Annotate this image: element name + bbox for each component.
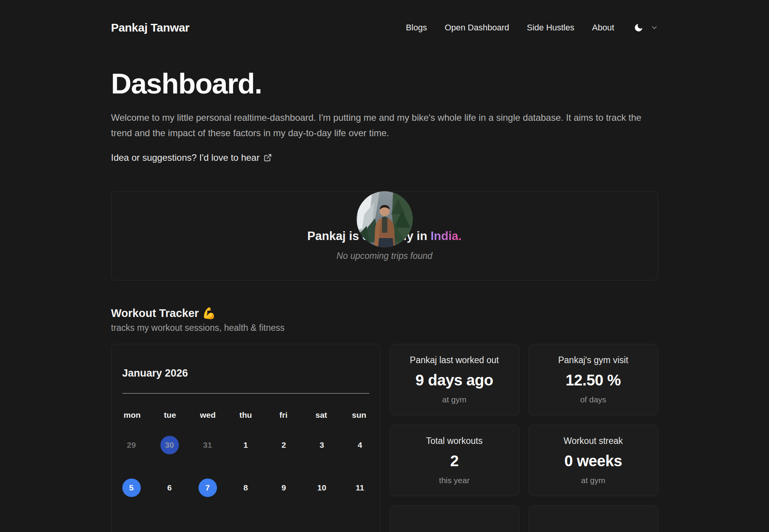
- trip-location: India.: [430, 229, 462, 243]
- weekday-label: sun: [349, 410, 369, 420]
- stat-caption: this year: [439, 476, 469, 485]
- calendar-row: 29 30 31 1 2 3 4: [122, 436, 369, 454]
- stat-value: 9 days ago: [415, 372, 493, 389]
- feedback-link[interactable]: Idea or suggestions? I'd love to hear: [111, 152, 272, 163]
- stat-value: 12.50 %: [565, 372, 621, 389]
- feedback-link-label: Idea or suggestions? I'd love to hear: [111, 152, 260, 163]
- calendar-day: 8: [237, 479, 255, 497]
- weekday-label: fri: [274, 410, 294, 420]
- weekday-label: tue: [160, 410, 180, 420]
- main-nav: Blogs Open Dashboard Side Hustles About: [406, 23, 658, 33]
- weekday-label: mon: [122, 410, 142, 420]
- avatar: [357, 191, 413, 247]
- weekday-label: sat: [311, 410, 331, 420]
- calendar-weekday-row: mon tue wed thu fri sat sun: [122, 410, 369, 420]
- moon-icon[interactable]: [634, 23, 644, 33]
- stat-label: Pankaj last worked out: [410, 355, 499, 365]
- workout-subtitle: tracks my workout sessions, health & fit…: [111, 323, 658, 333]
- stat-caption: at gym: [442, 395, 466, 404]
- calendar-day: 9: [275, 479, 293, 497]
- stats-grid: Pankaj last worked out 9 days ago at gym…: [390, 344, 658, 532]
- calendar-day: 4: [351, 436, 369, 454]
- hero-intro-text: Welcome to my little personal realtime-d…: [111, 110, 654, 141]
- calendar-day: 29: [122, 436, 141, 454]
- calendar-day: 1: [237, 436, 255, 454]
- workout-grid: January 2026 mon tue wed thu fri sat sun…: [111, 344, 658, 532]
- calendar-day: 3: [313, 436, 331, 454]
- calendar-card: January 2026 mon tue wed thu fri sat sun…: [111, 344, 380, 532]
- calendar-divider: [122, 393, 369, 394]
- calendar-day: 10: [313, 479, 331, 497]
- page-title: Dashboard.: [111, 67, 658, 100]
- calendar-day-workout: 30: [160, 436, 179, 454]
- calendar-day-workout: 7: [199, 479, 217, 497]
- chevron-down-icon[interactable]: [651, 24, 658, 32]
- nav-open-dashboard[interactable]: Open Dashboard: [445, 23, 509, 33]
- calendar-row: 5 6 7 8 9 10 11: [122, 479, 369, 497]
- weekday-label: wed: [198, 410, 218, 420]
- stat-value: 0 weeks: [564, 452, 622, 470]
- theme-controls: [634, 23, 658, 33]
- stat-caption: at gym: [581, 476, 605, 485]
- stat-card-placeholder: [390, 505, 519, 532]
- stat-card-total-workouts: Total workouts 2 this year: [390, 425, 519, 496]
- calendar-day: 31: [199, 436, 217, 454]
- calendar-day: 6: [160, 479, 179, 497]
- nav-side-hustles[interactable]: Side Hustles: [527, 23, 574, 33]
- trip-section: Pankaj is currently in India. No upcomin…: [111, 191, 658, 280]
- site-logo[interactable]: Pankaj Tanwar: [111, 21, 190, 34]
- weekday-label: thu: [235, 410, 255, 420]
- external-link-icon: [264, 153, 272, 162]
- calendar-month-title: January 2026: [122, 367, 369, 379]
- workout-heading: Workout Tracker 💪: [111, 307, 658, 320]
- stat-label: Workout streak: [564, 436, 623, 446]
- calendar-day: 2: [275, 436, 293, 454]
- stat-card-last-workout: Pankaj last worked out 9 days ago at gym: [390, 344, 519, 415]
- stat-caption: of days: [580, 395, 606, 404]
- stat-label: Pankaj's gym visit: [558, 355, 628, 365]
- calendar-day: 11: [351, 479, 369, 497]
- calendar-day-workout: 5: [122, 479, 141, 497]
- nav-about[interactable]: About: [592, 23, 614, 33]
- stat-card-workout-streak: Workout streak 0 weeks at gym: [529, 425, 658, 496]
- header: Pankaj Tanwar Blogs Open Dashboard Side …: [111, 0, 658, 34]
- trip-status: No upcoming trips found: [337, 251, 432, 261]
- stat-value: 2: [450, 452, 459, 470]
- nav-blogs[interactable]: Blogs: [406, 23, 427, 33]
- stat-card-gym-visit: Pankaj's gym visit 12.50 % of days: [529, 344, 658, 415]
- stat-label: Total workouts: [426, 436, 482, 446]
- stat-card-placeholder: [529, 505, 658, 532]
